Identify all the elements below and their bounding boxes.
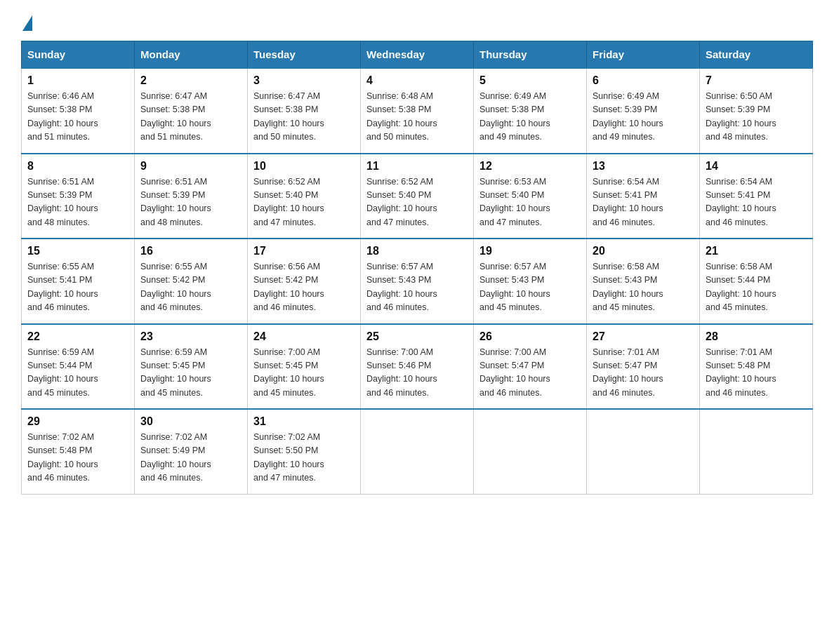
day-number: 27 bbox=[593, 330, 694, 343]
day-number: 17 bbox=[253, 245, 355, 257]
day-info: Sunrise: 6:58 AMSunset: 5:44 PMDaylight:… bbox=[706, 260, 807, 315]
calendar-header-row: SundayMondayTuesdayWednesdayThursdayFrid… bbox=[22, 41, 813, 69]
day-number: 10 bbox=[253, 160, 355, 173]
day-cell: 15Sunrise: 6:55 AMSunset: 5:41 PMDayligh… bbox=[22, 239, 135, 324]
day-cell: 24Sunrise: 7:00 AMSunset: 5:45 PMDayligh… bbox=[248, 324, 361, 410]
day-cell: 9Sunrise: 6:51 AMSunset: 5:39 PMDaylight… bbox=[135, 154, 248, 239]
day-cell: 31Sunrise: 7:02 AMSunset: 5:50 PMDayligh… bbox=[248, 409, 361, 494]
day-info: Sunrise: 6:48 AMSunset: 5:38 PMDaylight:… bbox=[366, 90, 468, 145]
day-info: Sunrise: 7:00 AMSunset: 5:46 PMDaylight:… bbox=[366, 346, 468, 401]
day-cell bbox=[474, 409, 587, 494]
day-info: Sunrise: 7:01 AMSunset: 5:47 PMDaylight:… bbox=[593, 346, 694, 401]
day-number: 29 bbox=[27, 415, 128, 428]
day-number: 11 bbox=[366, 160, 468, 173]
day-cell: 4Sunrise: 6:48 AMSunset: 5:38 PMDaylight… bbox=[361, 68, 474, 154]
day-info: Sunrise: 7:02 AMSunset: 5:50 PMDaylight:… bbox=[253, 431, 355, 485]
day-number: 13 bbox=[593, 160, 694, 173]
calendar-table: SundayMondayTuesdayWednesdayThursdayFrid… bbox=[21, 41, 813, 495]
day-number: 2 bbox=[140, 74, 241, 87]
day-number: 31 bbox=[253, 415, 355, 428]
day-cell: 23Sunrise: 6:59 AMSunset: 5:45 PMDayligh… bbox=[135, 324, 248, 410]
day-number: 3 bbox=[253, 74, 355, 87]
day-cell bbox=[700, 409, 813, 494]
day-cell: 1Sunrise: 6:46 AMSunset: 5:38 PMDaylight… bbox=[22, 68, 135, 154]
day-cell: 29Sunrise: 7:02 AMSunset: 5:48 PMDayligh… bbox=[22, 409, 135, 494]
day-cell: 22Sunrise: 6:59 AMSunset: 5:44 PMDayligh… bbox=[22, 324, 135, 410]
day-info: Sunrise: 6:57 AMSunset: 5:43 PMDaylight:… bbox=[366, 260, 468, 315]
day-info: Sunrise: 6:49 AMSunset: 5:38 PMDaylight:… bbox=[479, 90, 581, 145]
day-number: 16 bbox=[140, 245, 241, 257]
day-number: 15 bbox=[27, 245, 128, 257]
day-number: 9 bbox=[140, 160, 241, 173]
day-number: 28 bbox=[706, 330, 807, 343]
day-number: 7 bbox=[706, 74, 807, 87]
day-info: Sunrise: 6:56 AMSunset: 5:42 PMDaylight:… bbox=[253, 260, 355, 315]
day-cell: 21Sunrise: 6:58 AMSunset: 5:44 PMDayligh… bbox=[700, 239, 813, 324]
day-info: Sunrise: 7:00 AMSunset: 5:45 PMDaylight:… bbox=[253, 346, 355, 401]
day-cell: 16Sunrise: 6:55 AMSunset: 5:42 PMDayligh… bbox=[135, 239, 248, 324]
column-header-friday: Friday bbox=[587, 41, 700, 69]
week-row-4: 22Sunrise: 6:59 AMSunset: 5:44 PMDayligh… bbox=[22, 324, 813, 410]
column-header-saturday: Saturday bbox=[700, 41, 813, 69]
day-info: Sunrise: 6:54 AMSunset: 5:41 PMDaylight:… bbox=[706, 175, 807, 230]
day-info: Sunrise: 7:02 AMSunset: 5:48 PMDaylight:… bbox=[27, 431, 128, 485]
day-info: Sunrise: 7:01 AMSunset: 5:48 PMDaylight:… bbox=[706, 346, 807, 401]
day-number: 24 bbox=[253, 330, 355, 343]
day-cell: 3Sunrise: 6:47 AMSunset: 5:38 PMDaylight… bbox=[248, 68, 361, 154]
day-info: Sunrise: 6:47 AMSunset: 5:38 PMDaylight:… bbox=[140, 90, 241, 145]
day-cell: 19Sunrise: 6:57 AMSunset: 5:43 PMDayligh… bbox=[474, 239, 587, 324]
day-cell: 20Sunrise: 6:58 AMSunset: 5:43 PMDayligh… bbox=[587, 239, 700, 324]
day-number: 4 bbox=[366, 74, 468, 87]
day-cell: 8Sunrise: 6:51 AMSunset: 5:39 PMDaylight… bbox=[22, 154, 135, 239]
week-row-2: 8Sunrise: 6:51 AMSunset: 5:39 PMDaylight… bbox=[22, 154, 813, 239]
day-cell: 6Sunrise: 6:49 AMSunset: 5:39 PMDaylight… bbox=[587, 68, 700, 154]
day-number: 25 bbox=[366, 330, 468, 343]
day-number: 12 bbox=[479, 160, 581, 173]
day-cell: 30Sunrise: 7:02 AMSunset: 5:49 PMDayligh… bbox=[135, 409, 248, 494]
day-cell bbox=[587, 409, 700, 494]
day-number: 1 bbox=[27, 74, 128, 87]
day-info: Sunrise: 6:52 AMSunset: 5:40 PMDaylight:… bbox=[366, 175, 468, 230]
day-number: 19 bbox=[479, 245, 581, 257]
day-info: Sunrise: 6:59 AMSunset: 5:44 PMDaylight:… bbox=[27, 346, 128, 401]
day-cell: 17Sunrise: 6:56 AMSunset: 5:42 PMDayligh… bbox=[248, 239, 361, 324]
day-number: 21 bbox=[706, 245, 807, 257]
day-info: Sunrise: 6:51 AMSunset: 5:39 PMDaylight:… bbox=[140, 175, 241, 230]
day-cell: 2Sunrise: 6:47 AMSunset: 5:38 PMDaylight… bbox=[135, 68, 248, 154]
day-cell: 26Sunrise: 7:00 AMSunset: 5:47 PMDayligh… bbox=[474, 324, 587, 410]
day-info: Sunrise: 7:02 AMSunset: 5:49 PMDaylight:… bbox=[140, 431, 241, 485]
day-info: Sunrise: 6:46 AMSunset: 5:38 PMDaylight:… bbox=[27, 90, 128, 145]
day-info: Sunrise: 6:50 AMSunset: 5:39 PMDaylight:… bbox=[706, 90, 807, 145]
day-number: 8 bbox=[27, 160, 128, 173]
day-info: Sunrise: 6:57 AMSunset: 5:43 PMDaylight:… bbox=[479, 260, 581, 315]
week-row-1: 1Sunrise: 6:46 AMSunset: 5:38 PMDaylight… bbox=[22, 68, 813, 154]
day-cell: 12Sunrise: 6:53 AMSunset: 5:40 PMDayligh… bbox=[474, 154, 587, 239]
day-cell: 27Sunrise: 7:01 AMSunset: 5:47 PMDayligh… bbox=[587, 324, 700, 410]
day-info: Sunrise: 6:54 AMSunset: 5:41 PMDaylight:… bbox=[593, 175, 694, 230]
day-cell: 7Sunrise: 6:50 AMSunset: 5:39 PMDaylight… bbox=[700, 68, 813, 154]
day-cell: 25Sunrise: 7:00 AMSunset: 5:46 PMDayligh… bbox=[361, 324, 474, 410]
day-info: Sunrise: 6:53 AMSunset: 5:40 PMDaylight:… bbox=[479, 175, 581, 230]
day-cell: 10Sunrise: 6:52 AMSunset: 5:40 PMDayligh… bbox=[248, 154, 361, 239]
day-number: 22 bbox=[27, 330, 128, 343]
day-info: Sunrise: 6:47 AMSunset: 5:38 PMDaylight:… bbox=[253, 90, 355, 145]
day-number: 6 bbox=[593, 74, 694, 87]
column-header-monday: Monday bbox=[135, 41, 248, 69]
day-number: 20 bbox=[593, 245, 694, 257]
logo-triangle-icon bbox=[22, 15, 32, 31]
day-info: Sunrise: 6:49 AMSunset: 5:39 PMDaylight:… bbox=[593, 90, 694, 145]
day-info: Sunrise: 6:55 AMSunset: 5:42 PMDaylight:… bbox=[140, 260, 241, 315]
day-number: 23 bbox=[140, 330, 241, 343]
logo bbox=[21, 14, 32, 28]
day-info: Sunrise: 6:51 AMSunset: 5:39 PMDaylight:… bbox=[27, 175, 128, 230]
week-row-5: 29Sunrise: 7:02 AMSunset: 5:48 PMDayligh… bbox=[22, 409, 813, 494]
day-number: 14 bbox=[706, 160, 807, 173]
day-cell: 5Sunrise: 6:49 AMSunset: 5:38 PMDaylight… bbox=[474, 68, 587, 154]
day-cell bbox=[361, 409, 474, 494]
day-info: Sunrise: 6:58 AMSunset: 5:43 PMDaylight:… bbox=[593, 260, 694, 315]
day-info: Sunrise: 6:52 AMSunset: 5:40 PMDaylight:… bbox=[253, 175, 355, 230]
column-header-sunday: Sunday bbox=[22, 41, 135, 69]
day-info: Sunrise: 6:59 AMSunset: 5:45 PMDaylight:… bbox=[140, 346, 241, 401]
page-header bbox=[21, 14, 813, 28]
day-cell: 18Sunrise: 6:57 AMSunset: 5:43 PMDayligh… bbox=[361, 239, 474, 324]
